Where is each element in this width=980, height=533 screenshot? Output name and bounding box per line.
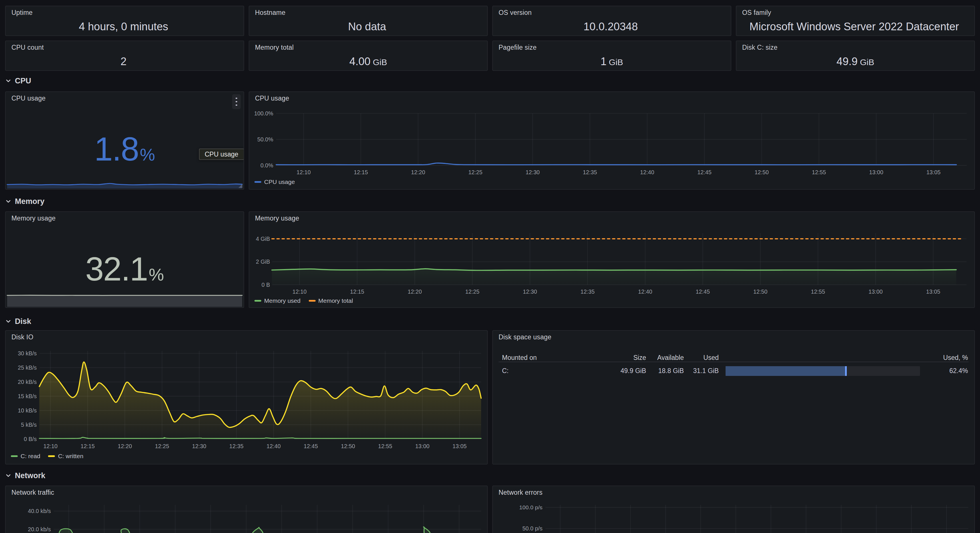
panel-resize-handle[interactable] — [239, 184, 242, 188]
svg-text:13:00: 13:00 — [869, 289, 883, 295]
svg-text:12:15: 12:15 — [350, 289, 364, 295]
svg-text:100.0%: 100.0% — [254, 110, 273, 117]
svg-text:12:55: 12:55 — [811, 289, 825, 295]
panel-title[interactable]: Network errors — [499, 489, 542, 496]
svg-text:100.0 p/s: 100.0 p/s — [519, 504, 542, 511]
chevron-down-icon — [5, 472, 11, 478]
svg-text:12:20: 12:20 — [411, 169, 425, 175]
legend-item[interactable]: C: written — [48, 452, 83, 459]
stat-value: 4 hours, 0 minutes — [6, 20, 243, 34]
svg-text:12:55: 12:55 — [378, 443, 393, 449]
svg-text:12:15: 12:15 — [354, 169, 368, 175]
svg-text:12:25: 12:25 — [155, 443, 169, 449]
svg-text:10 kB/s: 10 kB/s — [18, 407, 37, 414]
svg-text:12:45: 12:45 — [696, 289, 710, 295]
panel-title[interactable]: Memory usage — [255, 215, 299, 222]
svg-text:12:10: 12:10 — [296, 169, 310, 175]
disk-io-chart[interactable]: 30 kB/s25 kB/s20 kB/s15 kB/s10 kB/s5 kB/… — [6, 331, 487, 464]
svg-text:12:15: 12:15 — [81, 443, 95, 449]
section-header-cpu[interactable]: CPU — [5, 75, 31, 86]
svg-text:12:40: 12:40 — [638, 289, 652, 295]
legend-item[interactable]: C: read — [11, 452, 40, 459]
section-header-network[interactable]: Network — [5, 470, 45, 481]
svg-text:13:00: 13:00 — [869, 169, 883, 175]
chart-legend: Memory usedMemory total — [255, 297, 353, 304]
panel-title[interactable]: Disk space usage — [499, 334, 552, 341]
panel-title[interactable]: Disk C: size — [742, 44, 778, 51]
stat-value: No data — [249, 20, 487, 34]
memory-usage-chart-panel: Memory usage 4 GiB2 GiB0 B12:1012:1512:2… — [249, 211, 975, 308]
svg-text:12:45: 12:45 — [697, 169, 711, 175]
section-header-disk[interactable]: Disk — [5, 315, 31, 327]
table-header-divider — [499, 362, 969, 362]
panel-title[interactable]: Pagefile size — [499, 44, 536, 51]
panel-title[interactable]: Memory total — [255, 44, 294, 51]
cell-used-pct: 62.4% — [911, 366, 968, 375]
svg-text:12:35: 12:35 — [229, 443, 243, 449]
panel-title[interactable]: OS version — [499, 9, 532, 16]
svg-text:4 GiB: 4 GiB — [256, 236, 270, 242]
stat-panel-pagefile-size: Pagefile size 1GiB — [492, 41, 731, 71]
memory-usage-stat-panel: Memory usage 32.1% — [5, 211, 244, 308]
svg-text:50.0%: 50.0% — [257, 136, 273, 143]
section-title: CPU — [15, 76, 31, 85]
legend-item[interactable]: Memory used — [255, 297, 301, 304]
svg-text:12:10: 12:10 — [43, 443, 58, 449]
stat-value: 10.0.20348 — [493, 20, 731, 34]
stat-value: 4.00GiB — [249, 55, 487, 68]
panel-title[interactable]: Uptime — [11, 9, 33, 16]
cpu-usage-stat-panel: CPU usage 1.8% CPU usage — [5, 91, 244, 190]
svg-text:12:30: 12:30 — [523, 289, 537, 295]
series-tooltip-badge: CPU usage — [199, 149, 244, 160]
panel-title[interactable]: OS family — [742, 9, 771, 16]
section-title: Network — [15, 471, 45, 479]
stat-panel-cpu-count: CPU count 2 — [5, 41, 244, 71]
panel-title[interactable]: Memory usage — [11, 215, 56, 222]
svg-text:0 B: 0 B — [262, 282, 270, 288]
stat-value: Microsoft Windows Server 2022 Datacenter — [737, 20, 974, 34]
network-traffic-chart[interactable]: 40.0 kb/s20.0 kb/s — [6, 486, 487, 533]
svg-text:5 kB/s: 5 kB/s — [21, 422, 37, 428]
svg-text:12:35: 12:35 — [581, 289, 595, 295]
svg-text:2 GiB: 2 GiB — [256, 259, 270, 265]
table-header-used[interactable]: Used — [662, 353, 719, 362]
svg-text:13:05: 13:05 — [926, 289, 940, 295]
svg-text:12:50: 12:50 — [755, 169, 769, 175]
chart-legend: CPU usage — [255, 178, 295, 185]
table-header-used-pct[interactable]: Used, % — [911, 353, 968, 362]
svg-text:15 kB/s: 15 kB/s — [18, 393, 37, 399]
legend-series-label: Memory used — [264, 297, 301, 304]
legend-item[interactable]: CPU usage — [255, 178, 295, 185]
svg-text:25 kB/s: 25 kB/s — [18, 365, 37, 371]
panel-title[interactable]: CPU usage — [255, 95, 289, 102]
section-title: Memory — [15, 197, 45, 205]
panel-title[interactable]: CPU count — [11, 44, 44, 51]
panel-title[interactable]: Disk IO — [11, 334, 33, 341]
panel-title[interactable]: Network traffic — [11, 489, 54, 496]
panel-menu-icon[interactable] — [232, 94, 241, 109]
network-errors-chart[interactable]: 100.0 p/s50.0 p/s — [493, 486, 974, 533]
svg-text:12:40: 12:40 — [266, 443, 281, 449]
stat-panel-memory-total: Memory total 4.00GiB — [249, 41, 488, 71]
disk-io-chart-panel: Disk IO 30 kB/s25 kB/s20 kB/s15 kB/s10 k… — [5, 330, 488, 465]
panel-title[interactable]: CPU usage — [11, 95, 45, 102]
section-header-memory[interactable]: Memory — [5, 195, 45, 207]
disk-space-usage-panel: Disk space usage Mounted on Size Availab… — [492, 330, 975, 465]
legend-item[interactable]: Memory total — [309, 297, 353, 304]
legend-series-label: CPU usage — [264, 178, 295, 185]
cpu-usage-chart-panel: CPU usage 100.0%50.0%0.0%12:1012:1512:20… — [249, 91, 975, 190]
chevron-down-icon — [5, 198, 11, 204]
legend-series-label: C: read — [21, 452, 40, 459]
panel-title[interactable]: Hostname — [255, 9, 285, 16]
stat-value: 49.9GiB — [737, 55, 974, 68]
svg-text:12:30: 12:30 — [192, 443, 207, 449]
legend-series-label: Memory total — [318, 297, 353, 304]
memory-usage-chart[interactable]: 4 GiB2 GiB0 B12:1012:1512:2012:2512:3012… — [249, 212, 974, 307]
svg-text:20.0 kb/s: 20.0 kb/s — [28, 526, 51, 532]
svg-text:12:20: 12:20 — [118, 443, 132, 449]
cpu-usage-chart[interactable]: 100.0%50.0%0.0%12:1012:1512:2012:2512:30… — [249, 92, 974, 189]
chevron-down-icon — [5, 318, 11, 324]
svg-text:0 B/s: 0 B/s — [24, 436, 37, 442]
table-header-mounted-on[interactable]: Mounted on — [502, 353, 537, 362]
stat-value: 1GiB — [493, 55, 731, 68]
